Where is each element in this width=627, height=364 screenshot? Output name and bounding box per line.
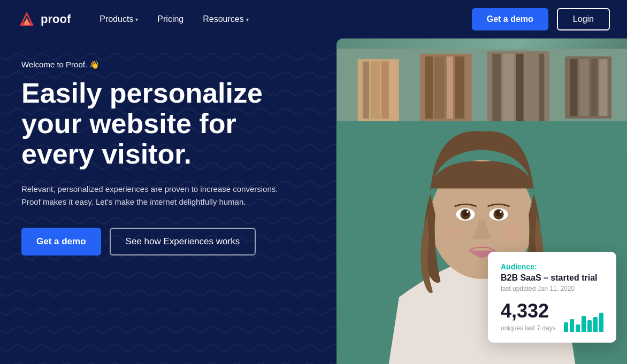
svg-rect-25	[599, 59, 608, 116]
svg-rect-16	[492, 54, 501, 121]
logo-text: proof	[41, 12, 71, 26]
svg-rect-14	[455, 57, 464, 119]
pricing-label: Pricing	[157, 14, 183, 24]
hero-left: Welcome to Proof. 👋 Easily personalize y…	[0, 38, 326, 364]
svg-rect-8	[381, 61, 389, 119]
bar-chart-bar	[576, 324, 580, 332]
audience-segment: B2B SaaS – started trial	[501, 273, 603, 283]
audience-count-value: 4,332	[501, 300, 549, 322]
hero-headline: Easily personalize your website for ever…	[21, 78, 309, 170]
products-chevron-icon: ▾	[135, 17, 138, 22]
svg-rect-19	[525, 54, 534, 121]
svg-rect-24	[591, 59, 597, 116]
products-label: Products	[100, 14, 133, 24]
bar-chart-bar	[587, 320, 592, 332]
nav-get-demo-button[interactable]: Get a demo	[472, 8, 548, 30]
svg-point-38	[440, 226, 461, 238]
svg-point-39	[502, 226, 523, 238]
hero-right: Audience: B2B SaaS – started trial last …	[326, 38, 627, 364]
bar-chart-bar	[570, 319, 574, 332]
bar-chart-bar	[599, 313, 603, 332]
resources-chevron-icon: ▾	[246, 17, 249, 22]
nav-resources[interactable]: Resources ▾	[195, 10, 256, 28]
svg-point-37	[500, 211, 502, 213]
svg-rect-18	[516, 54, 524, 121]
svg-rect-17	[502, 54, 514, 121]
svg-rect-7	[370, 61, 379, 119]
hero-experiences-button[interactable]: See how Experiences works	[110, 228, 256, 255]
main-nav: proof Products ▾ Pricing Resources ▾ Get…	[0, 0, 627, 38]
bar-chart	[564, 313, 603, 332]
svg-rect-20	[539, 54, 544, 121]
main-content: Welcome to Proof. 👋 Easily personalize y…	[0, 38, 627, 364]
audience-label: Audience:	[501, 262, 603, 271]
cta-buttons: Get a demo See how Experiences works	[21, 228, 309, 255]
audience-uniques: uniques last 7 days	[501, 324, 556, 332]
nav-pricing[interactable]: Pricing	[150, 10, 191, 28]
hero-subtext: Relevant, personalized experiences are p…	[21, 183, 278, 208]
nav-products[interactable]: Products ▾	[92, 10, 146, 28]
bar-chart-bar	[593, 317, 598, 332]
svg-rect-9	[390, 61, 395, 119]
bar-chart-bar	[564, 322, 568, 332]
logo[interactable]: proof	[17, 10, 71, 29]
audience-card: Audience: B2B SaaS – started trial last …	[488, 252, 616, 343]
nav-login-button[interactable]: Login	[557, 8, 610, 30]
svg-rect-12	[434, 57, 445, 119]
svg-rect-22	[570, 59, 577, 116]
audience-count: 4,332	[501, 300, 556, 322]
nav-right: Get a demo Login	[472, 8, 610, 30]
svg-rect-11	[425, 57, 433, 119]
bar-chart-bar	[582, 316, 586, 332]
logo-icon	[17, 10, 36, 29]
audience-updated: last updated Jan 11, 2020	[501, 285, 603, 292]
welcome-text: Welcome to Proof. 👋	[21, 60, 309, 69]
svg-rect-23	[579, 59, 588, 116]
svg-rect-13	[447, 57, 453, 119]
svg-rect-6	[363, 61, 369, 119]
hero-get-demo-button[interactable]: Get a demo	[21, 228, 101, 255]
resources-label: Resources	[203, 14, 243, 24]
nav-links: Products ▾ Pricing Resources ▾	[92, 10, 472, 28]
svg-point-33	[467, 211, 469, 213]
